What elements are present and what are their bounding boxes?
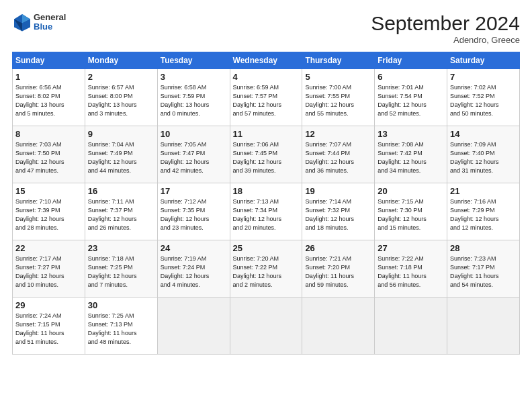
logo-blue: Blue	[34, 22, 66, 32]
day-number: 7	[450, 72, 517, 82]
day-number: 24	[161, 243, 227, 253]
day-number: 20	[378, 186, 444, 196]
day-info: Sunrise: 7:19 AMSunset: 7:24 PMDaylight:…	[161, 255, 227, 289]
table-row: 4Sunrise: 6:59 AMSunset: 7:57 PMDaylight…	[230, 69, 302, 126]
table-row: 26Sunrise: 7:21 AMSunset: 7:20 PMDayligh…	[302, 240, 375, 298]
day-info: Sunrise: 7:17 AMSunset: 7:27 PMDaylight:…	[15, 255, 82, 289]
day-info: Sunrise: 7:15 AMSunset: 7:30 PMDaylight:…	[378, 197, 444, 232]
day-number: 4	[233, 72, 300, 82]
table-row: 28Sunrise: 7:23 AMSunset: 7:17 PMDayligh…	[447, 240, 520, 298]
calendar-week-row: 15Sunrise: 7:10 AMSunset: 7:39 PMDayligh…	[13, 183, 520, 240]
table-row: 27Sunrise: 7:22 AMSunset: 7:18 PMDayligh…	[375, 240, 447, 298]
calendar-table: Sunday Monday Tuesday Wednesday Thursday…	[12, 52, 520, 355]
table-row: 14Sunrise: 7:09 AMSunset: 7:40 PMDayligh…	[447, 126, 520, 183]
col-thursday: Thursday	[302, 52, 375, 69]
table-row: 13Sunrise: 7:08 AMSunset: 7:42 PMDayligh…	[375, 126, 447, 183]
day-info: Sunrise: 6:56 AMSunset: 8:02 PMDaylight:…	[15, 83, 82, 118]
day-info: Sunrise: 6:59 AMSunset: 7:57 PMDaylight:…	[233, 83, 300, 118]
day-info: Sunrise: 7:11 AMSunset: 7:37 PMDaylight:…	[88, 197, 154, 232]
day-info: Sunrise: 7:18 AMSunset: 7:25 PMDaylight:…	[88, 255, 154, 289]
table-row	[230, 298, 302, 355]
day-number: 1	[15, 72, 82, 82]
day-info: Sunrise: 7:10 AMSunset: 7:39 PMDaylight:…	[15, 197, 82, 232]
title-block: September 2024 Adendro, Greece	[371, 12, 520, 45]
calendar-header-row: Sunday Monday Tuesday Wednesday Thursday…	[13, 52, 520, 69]
day-number: 11	[233, 129, 300, 139]
day-info: Sunrise: 7:07 AMSunset: 7:44 PMDaylight:…	[305, 140, 371, 175]
day-number: 6	[378, 72, 444, 82]
day-info: Sunrise: 7:04 AMSunset: 7:49 PMDaylight:…	[88, 140, 154, 175]
day-info: Sunrise: 7:22 AMSunset: 7:18 PMDaylight:…	[378, 255, 444, 289]
day-info: Sunrise: 6:57 AMSunset: 8:00 PMDaylight:…	[88, 83, 154, 118]
day-number: 23	[88, 243, 154, 253]
day-number: 18	[233, 186, 300, 196]
table-row: 15Sunrise: 7:10 AMSunset: 7:39 PMDayligh…	[13, 183, 85, 240]
table-row	[375, 298, 447, 355]
logo-general: General	[34, 13, 66, 22]
table-row: 5Sunrise: 7:00 AMSunset: 7:55 PMDaylight…	[302, 69, 375, 126]
table-row: 1Sunrise: 6:56 AMSunset: 8:02 PMDaylight…	[13, 69, 85, 126]
day-number: 10	[161, 129, 227, 139]
table-row	[447, 298, 520, 355]
day-number: 27	[378, 243, 444, 253]
col-sunday: Sunday	[13, 52, 85, 69]
day-info: Sunrise: 7:00 AMSunset: 7:55 PMDaylight:…	[305, 83, 371, 118]
calendar-week-row: 22Sunrise: 7:17 AMSunset: 7:27 PMDayligh…	[13, 240, 520, 298]
day-info: Sunrise: 7:14 AMSunset: 7:32 PMDaylight:…	[305, 197, 371, 232]
day-info: Sunrise: 7:13 AMSunset: 7:34 PMDaylight:…	[233, 197, 300, 232]
table-row: 25Sunrise: 7:20 AMSunset: 7:22 PMDayligh…	[230, 240, 302, 298]
table-row	[302, 298, 375, 355]
table-row: 6Sunrise: 7:01 AMSunset: 7:54 PMDaylight…	[375, 69, 447, 126]
day-number: 3	[161, 72, 227, 82]
month-title: September 2024	[371, 12, 520, 35]
table-row: 29Sunrise: 7:24 AMSunset: 7:15 PMDayligh…	[13, 298, 85, 355]
logo: General Blue	[12, 12, 66, 32]
day-info: Sunrise: 7:03 AMSunset: 7:50 PMDaylight:…	[15, 140, 82, 175]
day-number: 29	[15, 300, 82, 310]
day-info: Sunrise: 7:08 AMSunset: 7:42 PMDaylight:…	[378, 140, 444, 175]
day-number: 22	[15, 243, 82, 253]
table-row: 21Sunrise: 7:16 AMSunset: 7:29 PMDayligh…	[447, 183, 520, 240]
day-info: Sunrise: 7:12 AMSunset: 7:35 PMDaylight:…	[161, 197, 227, 232]
day-number: 25	[233, 243, 300, 253]
day-number: 16	[88, 186, 154, 196]
day-number: 30	[88, 300, 154, 310]
table-row	[157, 298, 230, 355]
table-row: 17Sunrise: 7:12 AMSunset: 7:35 PMDayligh…	[157, 183, 230, 240]
table-row: 9Sunrise: 7:04 AMSunset: 7:49 PMDaylight…	[85, 126, 157, 183]
day-number: 15	[15, 186, 82, 196]
table-row: 30Sunrise: 7:25 AMSunset: 7:13 PMDayligh…	[85, 298, 157, 355]
day-number: 17	[161, 186, 227, 196]
logo-text: General Blue	[34, 13, 66, 32]
day-number: 19	[305, 186, 371, 196]
day-info: Sunrise: 7:16 AMSunset: 7:29 PMDaylight:…	[450, 197, 517, 232]
day-number: 21	[450, 186, 517, 196]
day-number: 2	[88, 72, 154, 82]
day-number: 13	[378, 129, 444, 139]
day-info: Sunrise: 6:58 AMSunset: 7:59 PMDaylight:…	[161, 83, 227, 118]
calendar-week-row: 29Sunrise: 7:24 AMSunset: 7:15 PMDayligh…	[13, 298, 520, 355]
day-info: Sunrise: 7:02 AMSunset: 7:52 PMDaylight:…	[450, 83, 517, 118]
col-friday: Friday	[375, 52, 447, 69]
table-row: 8Sunrise: 7:03 AMSunset: 7:50 PMDaylight…	[13, 126, 85, 183]
day-number: 28	[450, 243, 517, 253]
day-info: Sunrise: 7:09 AMSunset: 7:40 PMDaylight:…	[450, 140, 517, 175]
day-number: 12	[305, 129, 371, 139]
table-row: 12Sunrise: 7:07 AMSunset: 7:44 PMDayligh…	[302, 126, 375, 183]
col-tuesday: Tuesday	[157, 52, 230, 69]
header: General Blue September 2024 Adendro, Gre…	[12, 12, 520, 45]
page: General Blue September 2024 Adendro, Gre…	[0, 0, 532, 411]
table-row: 23Sunrise: 7:18 AMSunset: 7:25 PMDayligh…	[85, 240, 157, 298]
table-row: 20Sunrise: 7:15 AMSunset: 7:30 PMDayligh…	[375, 183, 447, 240]
table-row: 19Sunrise: 7:14 AMSunset: 7:32 PMDayligh…	[302, 183, 375, 240]
table-row: 18Sunrise: 7:13 AMSunset: 7:34 PMDayligh…	[230, 183, 302, 240]
day-number: 14	[450, 129, 517, 139]
logo-icon	[12, 12, 32, 32]
day-info: Sunrise: 7:25 AMSunset: 7:13 PMDaylight:…	[88, 312, 154, 347]
col-saturday: Saturday	[447, 52, 520, 69]
day-info: Sunrise: 7:05 AMSunset: 7:47 PMDaylight:…	[161, 140, 227, 175]
col-wednesday: Wednesday	[230, 52, 302, 69]
location: Adendro, Greece	[371, 35, 520, 45]
day-info: Sunrise: 7:21 AMSunset: 7:20 PMDaylight:…	[305, 255, 371, 289]
day-info: Sunrise: 7:01 AMSunset: 7:54 PMDaylight:…	[378, 83, 444, 118]
